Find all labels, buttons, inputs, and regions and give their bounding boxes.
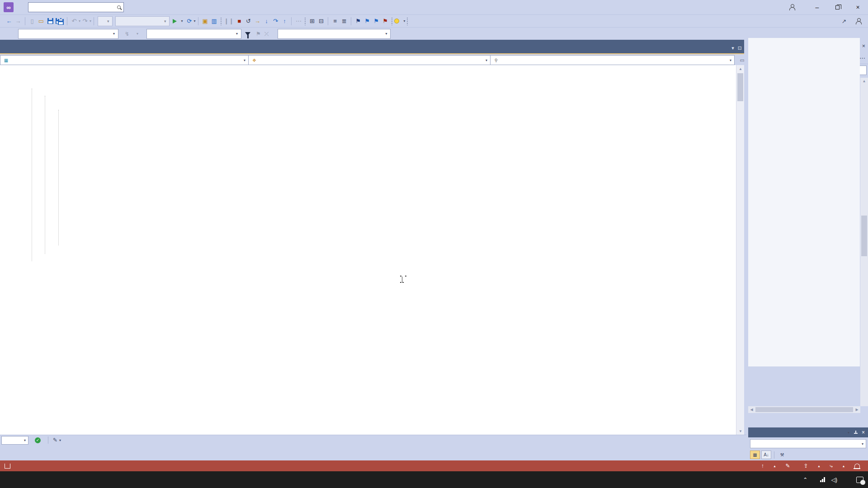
project-dropdown[interactable]: ▦ ▾: [0, 55, 249, 65]
syntax-visualizer-icon[interactable]: ⋯: [294, 16, 303, 26]
collapse-definitions-icon[interactable]: ⊞: [307, 16, 316, 26]
save-icon[interactable]: [46, 16, 55, 26]
scroll-down-icon[interactable]: ▼: [736, 427, 745, 435]
scrollbar-thumb[interactable]: [755, 407, 853, 412]
outline-icon[interactable]: ⊟: [316, 16, 326, 26]
panel-splitter[interactable]: [744, 40, 748, 435]
scrollbar-thumb[interactable]: [737, 73, 743, 101]
new-file-icon[interactable]: ▯: [28, 16, 37, 26]
pause-icon[interactable]: ❙❙: [223, 16, 235, 26]
project-icon: ▦: [3, 57, 9, 63]
property-pages-icon[interactable]: ⚒: [777, 450, 787, 459]
show-next-statement-icon[interactable]: →: [253, 16, 262, 26]
filter-threads-icon[interactable]: [245, 32, 250, 36]
editor-status-strip: ▾ ✓ ✎ ▾: [0, 435, 746, 445]
branch-button[interactable]: ⤷ ▴: [830, 463, 844, 469]
flag-threads-icon[interactable]: ⚑: [256, 31, 261, 37]
next-bookmark-icon[interactable]: ⚑: [372, 16, 381, 26]
stop-icon[interactable]: ■: [235, 16, 244, 26]
user-icon: [789, 4, 795, 10]
thread-dropdown[interactable]: ▾: [146, 29, 241, 39]
background-tasks-icon[interactable]: [5, 464, 10, 469]
stack-frame-dropdown[interactable]: ▾: [278, 29, 391, 39]
properties-header[interactable]: ▾ ×: [748, 427, 868, 437]
title-bar: ∞ – ×: [0, 0, 868, 14]
network-icon[interactable]: [820, 477, 825, 482]
bottom-panel-tabs: [0, 450, 746, 460]
restore-button[interactable]: [827, 0, 848, 14]
previous-bookmark-icon[interactable]: ⚑: [363, 16, 372, 26]
toolbar-overflow-icon[interactable]: ⋯: [859, 55, 865, 61]
continue-button[interactable]: ▾: [173, 19, 183, 23]
process-dropdown[interactable]: ▾: [18, 29, 118, 39]
tray-chevron-up-icon[interactable]: ⌃: [803, 477, 807, 483]
status-bar: ↑ ▴ ✎ ⇪ ▴ ⤷ ▴: [0, 460, 868, 471]
solution-platforms-dropdown[interactable]: ▾: [115, 16, 170, 26]
pending-edits-button[interactable]: ✎: [785, 463, 793, 469]
window-position-icon[interactable]: ▾: [848, 431, 849, 435]
bookmark-icon[interactable]: ⚑: [354, 16, 363, 26]
live-share-arrow-icon: ↗: [842, 18, 846, 24]
minimize-button[interactable]: –: [807, 0, 827, 14]
document-list-dropdown-icon[interactable]: ▾: [731, 45, 734, 51]
suspend-threads-icon[interactable]: ⤫: [264, 31, 269, 37]
scrollbar-thumb[interactable]: [861, 216, 867, 256]
restart-icon[interactable]: ↺: [244, 16, 253, 26]
save-all-icon[interactable]: [55, 16, 65, 26]
tree-vertical-scrollbar[interactable]: ▲: [860, 78, 868, 406]
member-dropdown[interactable]: ⚲ ▾: [491, 55, 735, 65]
alphabetical-view-icon[interactable]: A↓: [761, 450, 771, 459]
scroll-up-icon[interactable]: ▲: [736, 65, 745, 72]
lifecycle-events-icon: ↯: [125, 31, 129, 37]
float-window-icon[interactable]: ⊡: [738, 45, 742, 51]
attach-process-icon[interactable]: ▣: [201, 16, 210, 26]
close-button[interactable]: ×: [848, 0, 868, 14]
type-dropdown[interactable]: ❖ ▾: [249, 55, 491, 65]
visual-studio-logo-icon: ∞: [4, 2, 14, 12]
scroll-up-icon[interactable]: ▲: [860, 78, 868, 84]
categorized-view-icon[interactable]: ▦: [750, 450, 760, 459]
browser-window-icon[interactable]: ▥: [210, 16, 219, 26]
step-over-icon[interactable]: ↷: [271, 16, 280, 26]
standard-toolbar: ← → ▯ ▭ ↶▾ ↷▾ ▾ ▾ ▾ ⟳ ▾ ▣ ▥ ❙❙ ■ ↺ → ↓ ↷…: [0, 14, 868, 27]
health-check-icon: ✓: [35, 437, 41, 443]
indent-list-icon[interactable]: ≡: [330, 16, 340, 26]
sign-in-button[interactable]: [786, 4, 795, 10]
feedback-icon[interactable]: [855, 18, 862, 24]
notifications-bell-icon[interactable]: [854, 464, 860, 468]
close-panel-icon[interactable]: ×: [862, 429, 865, 436]
scroll-left-icon[interactable]: ◀: [748, 408, 755, 412]
scroll-right-icon[interactable]: ▶: [854, 408, 860, 412]
editor-vertical-scrollbar[interactable]: ▲ ▼: [736, 65, 744, 435]
code-editor[interactable]: [0, 65, 736, 435]
debug-location-bar: ▾ ↯ ▾ ▾ ⚑ ⤫ ▾: [0, 27, 868, 40]
code-cleanup-icon[interactable]: ✎: [53, 437, 57, 443]
quick-search-box[interactable]: [28, 2, 124, 12]
hot-reload-icon[interactable]: ⟳: [185, 16, 194, 26]
editor-zoom-dropdown[interactable]: ▾: [1, 436, 28, 445]
tool-panel-tabs: [748, 415, 868, 425]
unindent-list-icon[interactable]: ≣: [340, 16, 349, 26]
pin-icon[interactable]: [854, 430, 858, 435]
solution-tree: [748, 38, 860, 366]
open-file-icon[interactable]: ▭: [37, 16, 46, 26]
close-panel-icon[interactable]: ×: [862, 43, 865, 49]
property-icon: ⚲: [493, 57, 499, 63]
undo-icon[interactable]: ↶: [70, 16, 79, 26]
navigate-forward-icon[interactable]: →: [14, 16, 23, 26]
push-commits-button[interactable]: ↑ ▴: [761, 463, 776, 469]
properties-object-dropdown[interactable]: ▾: [750, 439, 866, 448]
clear-bookmarks-icon[interactable]: ⚑: [381, 16, 390, 26]
repository-button[interactable]: ⇪ ▴: [804, 463, 820, 469]
redo-icon[interactable]: ↷: [80, 16, 90, 26]
play-icon: [173, 19, 177, 23]
search-icon: [117, 5, 121, 9]
navigate-back-icon[interactable]: ←: [5, 16, 14, 26]
volume-icon[interactable]: ◁): [831, 477, 837, 483]
bottom-panel-title-clipped: [0, 445, 746, 450]
step-out-icon[interactable]: ↑: [280, 16, 289, 26]
step-into-icon[interactable]: ↓: [262, 16, 271, 26]
tree-horizontal-scrollbar[interactable]: ◀ ▶: [748, 406, 860, 413]
solution-configurations-dropdown[interactable]: ▾: [98, 16, 113, 26]
action-center-icon[interactable]: [856, 477, 863, 483]
